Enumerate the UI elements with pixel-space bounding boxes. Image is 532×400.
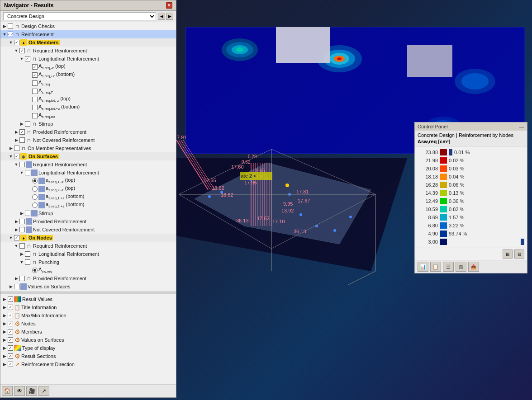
expander-values-on-surfaces[interactable]: ▶ (8, 283, 14, 290)
checkbox-maxmin-information[interactable] (8, 313, 13, 318)
expander-punching[interactable]: ▼ (19, 259, 25, 265)
checkbox-required-reinf-2[interactable] (19, 162, 25, 167)
tree-item-provided-reinf-2[interactable]: ▶ Provided Reinforcement (0, 217, 176, 226)
expander-on-surfaces[interactable]: ▼ (8, 153, 14, 160)
tree-item-as-req-1-bottom[interactable]: as,req,1,+z (bottom) (0, 193, 176, 201)
nav-bottom-btn-4[interactable]: ↗ (38, 386, 49, 396)
expander-required-reinf-1[interactable]: ▼ (13, 47, 19, 54)
tree-item-not-covered-reinf-2[interactable]: ▶ Not Covered Reinforcement (0, 226, 176, 234)
checkbox-values-on-surfaces-2[interactable] (8, 337, 13, 343)
checkbox-on-surfaces[interactable] (14, 154, 19, 159)
expander-values-on-surfaces-2[interactable]: ▶ (1, 337, 8, 343)
checkbox-type-display[interactable] (8, 345, 13, 351)
radio-as-req-2-bottom[interactable] (32, 202, 38, 208)
tree-item-as-req-tot[interactable]: As,req,tot (0, 112, 176, 120)
cp-icon-btn-1[interactable]: ⊞ (503, 249, 513, 259)
checkbox-design-checks[interactable] (8, 24, 13, 29)
expander-required-reinf-3[interactable]: ▼ (13, 243, 19, 249)
tree-item-nodes[interactable]: ▶ ⚙ Nodes (0, 320, 176, 328)
tree-item-reinf-direction[interactable]: ▶ ↗ Reinforcement Direction (0, 360, 176, 368)
nav-prev-button[interactable]: ◀ (158, 13, 165, 20)
tree-item-maxmin-information[interactable]: ▶ 📋 Max/Min Information (0, 311, 176, 320)
tree-item-as-req-2-top[interactable]: as,req,2,-z (top) (0, 185, 176, 193)
tree-item-as-req-2-bottom[interactable]: as,req,2,+z (bottom) (0, 201, 176, 209)
checkbox-as-req-tot-top[interactable] (32, 97, 38, 102)
tree-item-required-reinf-1[interactable]: ▼ ⊓ Required Reinforcement (0, 47, 176, 55)
expander-members[interactable]: ▶ (1, 329, 8, 335)
cp-tool-btn-3[interactable]: ☰ (443, 262, 454, 272)
checkbox-reinforcement[interactable]: ✓ (8, 32, 13, 37)
nav-bottom-btn-3[interactable]: 🎥 (26, 386, 37, 396)
checkbox-long-reinf-2[interactable] (25, 170, 30, 175)
tree-item-long-reinf-1[interactable]: ▼ ⊓ Longitudinal Reinforcement (0, 55, 176, 63)
tree-item-stirrup-2[interactable]: ▶ Stirrup (0, 209, 176, 217)
checkbox-result-sections[interactable] (8, 353, 13, 359)
expander-design-checks[interactable]: ▶ (1, 23, 8, 29)
expander-nodes[interactable]: ▶ (1, 320, 8, 327)
checkbox-provided-reinf-2[interactable] (19, 219, 25, 224)
expander-provided-reinf-1[interactable]: ▶ (13, 129, 19, 135)
checkbox-stirrup-2[interactable] (25, 211, 30, 216)
checkbox-not-covered-reinf-2[interactable] (19, 227, 25, 232)
tree-item-result-values[interactable]: ▶ Result Values (0, 295, 176, 303)
tree-scroll-area[interactable]: ▶ ⊓ Design Checks ▼ ✓ ⊓ Reinforcement ▼ … (0, 22, 176, 384)
tree-item-on-nodes[interactable]: ▼ ⬧ On Nodes (0, 234, 176, 242)
expander-provided-reinf-2[interactable]: ▶ (13, 218, 19, 225)
radio-asw-req[interactable] (32, 268, 38, 273)
checkbox-provided-reinf-1[interactable] (19, 129, 25, 135)
expander-not-covered-reinf-2[interactable]: ▶ (13, 226, 19, 233)
tree-item-stirrup-1[interactable]: ▶ ⊓ Stirrup (0, 120, 176, 128)
tree-item-not-covered-reinf-1[interactable]: ▶ ⊓ Not Covered Reinforcement (0, 136, 176, 144)
tree-item-long-reinf-2[interactable]: ▼ Longitudinal Reinforcement (0, 169, 176, 177)
expander-not-covered-reinf-1[interactable]: ▶ (13, 137, 19, 143)
checkbox-nodes[interactable] (8, 321, 13, 326)
nav-bottom-btn-1[interactable]: 🏠 (2, 386, 13, 396)
radio-as-req-2-top[interactable] (32, 186, 38, 192)
cp-tool-btn-5[interactable]: 📤 (468, 262, 479, 272)
checkbox-values-on-surfaces[interactable] (14, 284, 19, 289)
cp-minimize-btn[interactable]: — (519, 124, 524, 129)
checkbox-required-reinf-1[interactable] (19, 48, 25, 53)
tree-item-as-req-t[interactable]: As,req,T (0, 87, 176, 95)
expander-stirrup-2[interactable]: ▶ (19, 210, 25, 216)
checkbox-provided-reinf-3[interactable] (19, 276, 25, 281)
nav-bottom-btn-2[interactable]: 👁 (14, 386, 25, 396)
tree-item-provided-reinf-3[interactable]: ▶ ⊓ Provided Reinforcement (0, 274, 176, 282)
radio-as-req-1-bottom[interactable] (32, 194, 38, 200)
expander-provided-reinf-3[interactable]: ▶ (13, 275, 19, 282)
checkbox-punching[interactable] (25, 259, 30, 265)
expander-required-reinf-2[interactable]: ▼ (13, 161, 19, 168)
expander-reinf-direction[interactable]: ▶ (1, 361, 8, 367)
tree-item-on-member-rep[interactable]: ▶ ⊓ On Member Representatives (0, 144, 176, 152)
expander-result-values[interactable]: ▶ (1, 296, 8, 302)
expander-on-members[interactable]: ▼ (8, 39, 14, 46)
checkbox-on-members[interactable] (14, 40, 19, 45)
tree-item-members[interactable]: ▶ ⚙ Members (0, 328, 176, 336)
expander-on-nodes[interactable]: ▼ (8, 235, 14, 241)
tree-item-title-information[interactable]: ▶ 📋 Title Information (0, 303, 176, 311)
tree-item-values-on-surfaces[interactable]: ▶ Values on Surfaces (0, 282, 176, 291)
tree-item-as-req-tot-bottom[interactable]: As,req,tot,+z (bottom) (0, 104, 176, 112)
checkbox-as-req-z-top[interactable] (32, 64, 38, 70)
expander-title-information[interactable]: ▶ (1, 304, 8, 311)
concrete-design-dropdown[interactable]: Concrete Design (3, 12, 156, 20)
tree-item-result-sections[interactable]: ▶ ⚙ Result Sections (0, 352, 176, 360)
checkbox-on-nodes[interactable] (14, 235, 19, 240)
checkbox-long-reinf-3[interactable] (25, 251, 30, 257)
expander-type-display[interactable]: ▶ (1, 345, 8, 351)
tree-item-as-req[interactable]: As,req (0, 79, 176, 87)
navigator-close-button[interactable]: ✕ (166, 2, 172, 9)
expander-stirrup-1[interactable]: ▶ (19, 121, 25, 127)
tree-item-as-req-1-top[interactable]: as,req,1,-z (top) (0, 177, 176, 185)
cp-icon-btn-2[interactable]: ⊟ (514, 249, 524, 259)
nav-next-button[interactable]: ▶ (166, 13, 173, 20)
tree-item-type-display[interactable]: ▶ Type of display (0, 344, 176, 352)
checkbox-title-information[interactable] (8, 305, 13, 310)
tree-item-as-req-z-top[interactable]: As,req,-z (top) (0, 63, 176, 71)
checkbox-result-values[interactable] (8, 296, 13, 302)
checkbox-required-reinf-3[interactable] (19, 243, 25, 249)
checkbox-reinf-direction[interactable] (8, 362, 13, 367)
checkbox-as-req-tot[interactable] (32, 113, 38, 118)
tree-item-as-req-tot-top[interactable]: As,req,tot,-z (top) (0, 95, 176, 104)
tree-item-provided-reinf-1[interactable]: ▶ ⊓ Provided Reinforcement (0, 128, 176, 136)
